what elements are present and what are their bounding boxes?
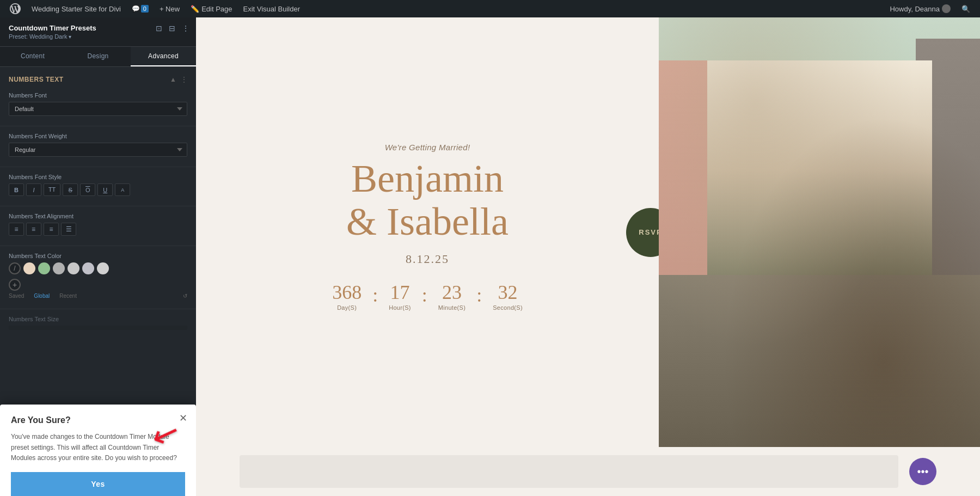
font-style-bold[interactable]: B xyxy=(9,183,24,196)
numbers-text-size-field: Numbers Text Size xyxy=(0,311,196,334)
divider-2 xyxy=(0,167,196,167)
edit-page-label: Edit Page xyxy=(201,5,232,13)
section-controls: ▲ ⋮ xyxy=(170,76,187,83)
countdown-hours-number: 17 xyxy=(389,283,411,302)
color-swatch-5[interactable] xyxy=(82,262,94,274)
panel-icon-layout[interactable]: ⊟ xyxy=(168,23,176,34)
font-style-tt[interactable]: TT xyxy=(44,183,60,196)
tab-design[interactable]: Design xyxy=(65,47,131,66)
color-swatch-2[interactable] xyxy=(38,262,50,274)
panel-icon-more[interactable]: ⋮ xyxy=(181,23,191,34)
tab-content[interactable]: Content xyxy=(0,47,65,66)
panel-header: Countdown Timer Presets Preset: Wedding … xyxy=(0,17,196,47)
edit-page-item[interactable]: ✏️ Edit Page xyxy=(185,0,237,17)
text-align-justify[interactable]: ☰ xyxy=(61,223,76,236)
text-align-right[interactable]: ≡ xyxy=(44,223,59,236)
color-reset-icon[interactable]: ↺ xyxy=(183,293,187,299)
confirm-yes-button[interactable]: Yes xyxy=(11,472,185,496)
countdown-timer: 368 Day(s) : 17 Hour(s) : 23 Minute(s) : xyxy=(323,283,531,311)
wedding-left-section: We're Getting Married! Benjamin& Isabell… xyxy=(196,17,659,447)
countdown-sep-3: : xyxy=(474,284,484,307)
three-dots-icon: ••• xyxy=(917,466,928,478)
countdown-seconds-number: 32 xyxy=(493,283,523,302)
text-align-left[interactable]: ≡ xyxy=(9,223,24,236)
comment-icon: 💬 xyxy=(132,5,140,13)
numbers-font-weight-field: Numbers Font Weight Regular xyxy=(0,128,196,164)
font-style-strike[interactable]: S xyxy=(63,183,78,196)
font-style-italic[interactable]: I xyxy=(26,183,41,196)
site-name-item[interactable]: Wedding Starter Site for Divi xyxy=(26,0,126,17)
numbers-text-alignment-label: Numbers Text Alignment xyxy=(9,213,187,219)
countdown-sep-2: : xyxy=(420,284,430,307)
wedding-names: Benjamin& Isabella xyxy=(346,157,509,243)
countdown-seconds: 32 Second(s) xyxy=(484,283,531,311)
color-label-saved: Saved xyxy=(9,293,24,299)
section-header: Numbers Text ▲ ⋮ xyxy=(0,67,196,88)
text-align-center[interactable]: ≡ xyxy=(26,223,41,236)
font-style-allcaps[interactable]: A xyxy=(115,183,130,196)
wedding-bottom-bar: ••• xyxy=(196,447,980,496)
countdown-seconds-label: Second(s) xyxy=(493,304,523,311)
panel-tabs: Content Design Advanced xyxy=(0,47,196,67)
admin-bar-right: Howdy, Deanna 🔍 xyxy=(884,0,976,17)
panel-icon-preview[interactable]: ⊡ xyxy=(155,23,163,34)
color-edit-swatch[interactable] xyxy=(9,262,21,274)
tab-advanced[interactable]: Advanced xyxy=(131,47,196,66)
color-swatch-4[interactable] xyxy=(68,262,79,274)
panel-icons: ⊡ ⊟ ⋮ xyxy=(155,23,191,34)
comments-item[interactable]: 💬 0 xyxy=(126,0,154,17)
wedding-page: We're Getting Married! Benjamin& Isabell… xyxy=(196,17,980,447)
font-style-buttons: B I TT S O U A xyxy=(9,183,187,196)
numbers-font-label: Numbers Font xyxy=(9,92,187,99)
countdown-minutes: 23 Minute(s) xyxy=(430,283,474,311)
color-swatch-6[interactable] xyxy=(97,262,109,274)
section-more-icon[interactable]: ⋮ xyxy=(181,76,187,83)
left-panel: Countdown Timer Presets Preset: Wedding … xyxy=(0,17,196,496)
countdown-hours-label: Hour(s) xyxy=(389,304,411,311)
exit-builder-item[interactable]: Exit Visual Builder xyxy=(238,0,306,17)
wedding-subtitle: We're Getting Married! xyxy=(385,143,470,152)
font-style-overline[interactable]: O xyxy=(80,183,95,196)
section-collapse-icon[interactable]: ▲ xyxy=(170,76,176,83)
wedding-photo xyxy=(659,17,980,447)
color-swatches xyxy=(9,262,187,274)
wp-logo-item[interactable] xyxy=(4,0,26,17)
wedding-right-section xyxy=(659,17,980,447)
color-swatches-row2: + xyxy=(9,279,187,291)
search-bar-item[interactable]: 🔍 xyxy=(956,0,976,17)
color-swatch-3[interactable] xyxy=(53,262,65,274)
preset-dropdown-arrow: ▾ xyxy=(69,34,71,40)
admin-bar: Wedding Starter Site for Divi 💬 0 + New … xyxy=(0,0,980,17)
numbers-font-select[interactable]: Default xyxy=(9,102,187,116)
color-label-global: Global xyxy=(34,293,50,299)
size-slider-partial xyxy=(9,326,187,330)
user-avatar xyxy=(942,4,951,13)
site-name-label: Wedding Starter Site for Divi xyxy=(32,5,121,13)
numbers-font-weight-label: Numbers Font Weight xyxy=(9,133,187,139)
exit-builder-label: Exit Visual Builder xyxy=(243,5,301,13)
numbers-font-style-field: Numbers Font Style B I TT S O U A xyxy=(0,169,196,204)
color-labels: Saved Global Recent ↺ xyxy=(9,293,187,299)
divider-3 xyxy=(0,206,196,206)
howdy-item[interactable]: Howdy, Deanna xyxy=(884,0,956,17)
numbers-font-weight-select[interactable]: Regular xyxy=(9,143,187,157)
numbers-font-style-label: Numbers Font Style xyxy=(9,174,187,180)
countdown-sep-1: : xyxy=(370,284,380,307)
numbers-text-color-label: Numbers Text Color xyxy=(9,253,187,259)
color-swatch-1[interactable] xyxy=(23,262,35,274)
right-content: We're Getting Married! Benjamin& Isabell… xyxy=(196,17,980,496)
color-label-recent: Recent xyxy=(59,293,77,299)
countdown-days-number: 368 xyxy=(332,283,362,302)
new-label: + New xyxy=(160,5,180,13)
photo-overlay xyxy=(659,17,980,447)
wp-logo-icon xyxy=(10,3,21,14)
bottom-menu-button[interactable]: ••• xyxy=(909,458,936,485)
numbers-text-alignment-field: Numbers Text Alignment ≡ ≡ ≡ ☰ xyxy=(0,209,196,243)
countdown-days: 368 Day(s) xyxy=(323,283,370,311)
countdown-minutes-label: Minute(s) xyxy=(438,304,465,311)
new-item[interactable]: + New xyxy=(154,0,185,17)
divider-4 xyxy=(0,246,196,246)
main-layout: Countdown Timer Presets Preset: Wedding … xyxy=(0,17,980,496)
color-add-button[interactable]: + xyxy=(9,279,21,291)
font-style-underline[interactable]: U xyxy=(97,183,113,196)
